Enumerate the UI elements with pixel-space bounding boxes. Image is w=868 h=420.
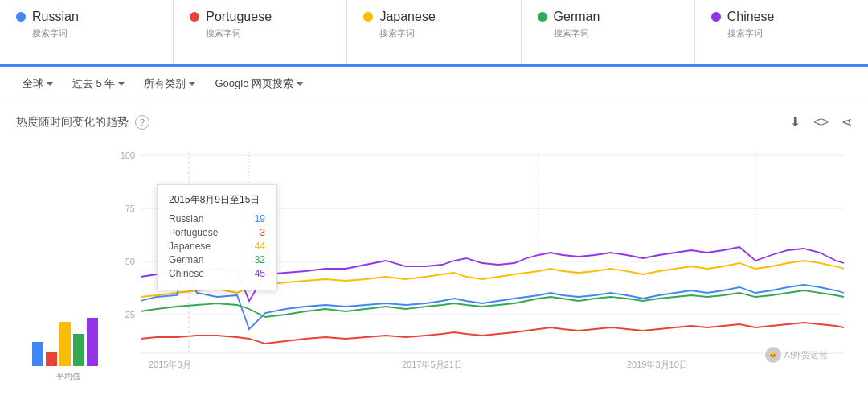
legend-label-chinese: Chinese [727, 10, 775, 24]
watermark-icon: 🐱 [765, 347, 781, 363]
share-button[interactable]: ⋖ [841, 114, 852, 130]
bar-item-2 [59, 322, 71, 366]
trend-chart: 100 75 50 25 2015年8月 2017年5月21日 2019年3月1… [16, 136, 852, 385]
filter-btn-period[interactable]: 过去 5 年 [66, 73, 131, 94]
tooltip-label: German [169, 254, 203, 266]
download-button[interactable]: ⬇ [790, 114, 800, 130]
chart-header: 热度随时间变化的趋势 ? ⬇ <> ⋖ [16, 114, 852, 130]
watermark: 🐱 A!外贸运营 [765, 347, 828, 363]
legend-label-japanese: Japanese [379, 10, 435, 24]
avg-label: 平均值 [56, 371, 80, 382]
filter-btn-region[interactable]: 全球 [16, 73, 59, 94]
caret-icon [297, 82, 303, 86]
chart-title: 热度随时间变化的趋势 [16, 115, 129, 130]
filter-label-category: 所有类别 [144, 76, 186, 91]
tooltip-row-portuguese: Portuguese 3 [169, 227, 265, 238]
legend-dot-russian [16, 12, 26, 22]
legend-item-russian: Russian 搜索字词 [0, 0, 174, 64]
tooltip-label: Chinese [169, 268, 204, 279]
legend-dot-chinese [711, 12, 721, 22]
legend-item-chinese: Chinese 搜索字词 [695, 0, 868, 64]
tooltip-value: 45 [255, 268, 265, 279]
svg-text:50: 50 [125, 257, 135, 266]
bar-item-3 [73, 334, 84, 366]
chart-title-row: 热度随时间变化的趋势 ? [16, 115, 149, 130]
svg-text:75: 75 [125, 204, 135, 213]
legend-dot-portuguese [190, 12, 199, 22]
bar-chart-area [32, 310, 98, 366]
tooltip-label: Japanese [169, 241, 211, 252]
filter-btn-search-type[interactable]: Google 网页搜索 [208, 73, 309, 94]
chart-actions: ⬇ <> ⋖ [790, 114, 852, 130]
legend-item-german: German 搜索字词 [522, 0, 695, 64]
legend-sub-german: 搜索字词 [538, 27, 678, 39]
legend-bar: Russian 搜索字词 Portuguese 搜索字词 Japanese 搜索… [0, 0, 868, 67]
filter-label-period: 过去 5 年 [72, 76, 115, 91]
legend-sub-portuguese: 搜索字词 [190, 27, 330, 39]
legend-label-german: German [554, 10, 600, 24]
tooltip-value: 19 [255, 213, 265, 224]
legend-sub-russian: 搜索字词 [16, 27, 157, 39]
filter-bar: 全球过去 5 年所有类别Google 网页搜索 [0, 67, 868, 101]
caret-icon [118, 82, 125, 86]
tooltip-value: 3 [260, 227, 265, 238]
legend-dot-japanese [363, 12, 373, 22]
svg-text:2019年3月10日: 2019年3月10日 [627, 360, 688, 369]
chart-container: 100 75 50 25 2015年8月 2017年5月21日 2019年3月1… [16, 136, 852, 389]
filter-label-search-type: Google 网页搜索 [215, 76, 293, 91]
tooltip-value: 44 [255, 241, 265, 252]
legend-dot-german [538, 12, 547, 22]
tooltip-box: 2015年8月9日至15日 Russian 19 Portuguese 3 Ja… [157, 184, 277, 290]
tooltip-label: Russian [169, 213, 203, 224]
bar-item-4 [87, 318, 98, 366]
tooltip-row-japanese: Japanese 44 [169, 241, 265, 252]
filter-label-region: 全球 [23, 76, 43, 91]
bar-item-0 [32, 342, 43, 366]
tooltip-row-chinese: Chinese 45 [169, 268, 265, 279]
tooltip-row-german: German 32 [169, 254, 265, 266]
legend-item-japanese: Japanese 搜索字词 [347, 0, 521, 64]
embed-button[interactable]: <> [813, 115, 829, 130]
tooltip-label: Portuguese [169, 227, 218, 238]
legend-label-russian: Russian [32, 10, 79, 24]
svg-text:2015年8月: 2015年8月 [149, 360, 191, 369]
legend-sub-chinese: 搜索字词 [711, 27, 852, 39]
tooltip-value: 32 [255, 254, 265, 266]
filter-btn-category[interactable]: 所有类别 [137, 73, 202, 94]
tooltip-row-russian: Russian 19 [169, 213, 265, 224]
watermark-text: A!外贸运营 [784, 349, 828, 361]
tooltip-date: 2015年8月9日至15日 [169, 193, 265, 207]
help-icon[interactable]: ? [135, 115, 149, 130]
legend-label-portuguese: Portuguese [206, 10, 272, 24]
svg-text:100: 100 [121, 150, 135, 160]
chart-section: 热度随时间变化的趋势 ? ⬇ <> ⋖ 100 75 50 25 2015年8月… [0, 101, 868, 389]
caret-icon [47, 82, 53, 86]
svg-text:25: 25 [125, 310, 135, 319]
bar-item-1 [46, 352, 57, 366]
svg-text:2017年5月21日: 2017年5月21日 [402, 360, 463, 369]
caret-icon [189, 82, 195, 86]
legend-sub-japanese: 搜索字词 [363, 27, 504, 39]
legend-item-portuguese: Portuguese 搜索字词 [174, 0, 347, 64]
